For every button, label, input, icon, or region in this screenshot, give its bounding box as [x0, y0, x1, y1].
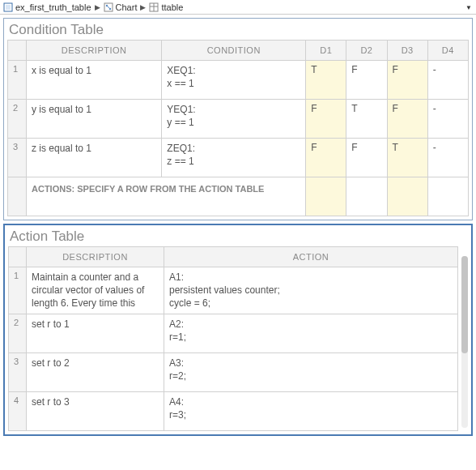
- table-header-row: DESCRIPTION CONDITION D1 D2 D3 D4: [8, 41, 469, 61]
- cell-description[interactable]: z is equal to 1: [27, 139, 162, 177]
- cell-decision[interactable]: F: [346, 61, 387, 100]
- row-number: 1: [8, 61, 27, 100]
- chart-icon: [104, 2, 113, 12]
- actions-spec-label: ACTIONS: SPECIFY A ROW FROM THE ACTION T…: [27, 177, 306, 216]
- scrollbar-vertical[interactable]: [461, 256, 468, 428]
- cell-decision[interactable]: F: [387, 100, 427, 139]
- col-condition: CONDITION: [162, 41, 306, 61]
- cell-decision[interactable]: F: [346, 139, 387, 177]
- condition-table-title: Condition Table: [4, 19, 472, 40]
- condition-table-panel: Condition Table DESCRIPTION CONDITION D1…: [3, 18, 473, 220]
- col-action: ACTION: [164, 247, 458, 267]
- row-number: 3: [9, 352, 27, 391]
- cell-action-spec[interactable]: [346, 177, 387, 216]
- row-number: 2: [9, 314, 27, 352]
- cell-condition[interactable]: ZEQ1: z == 1: [162, 139, 306, 177]
- model-icon: [3, 2, 13, 12]
- action-table-panel: Action Table DESCRIPTION ACTION 1Maintai…: [3, 224, 473, 436]
- row-number: 2: [8, 100, 27, 139]
- ttable-icon: [149, 2, 159, 12]
- chevron-right-icon: ▶: [138, 3, 147, 11]
- actions-spec-row[interactable]: ACTIONS: SPECIFY A ROW FROM THE ACTION T…: [8, 177, 469, 216]
- crumb-label: ex_first_truth_table: [15, 2, 91, 12]
- cell-description[interactable]: set r to 1: [27, 314, 164, 352]
- svg-rect-1: [6, 5, 11, 10]
- cell-description[interactable]: y is equal to 1: [27, 100, 162, 139]
- cell-description[interactable]: set r to 3: [27, 391, 164, 430]
- col-d3: D3: [387, 41, 427, 61]
- col-d1: D1: [306, 41, 346, 61]
- table-header-row: DESCRIPTION ACTION: [9, 247, 458, 267]
- breadcrumb-dropdown[interactable]: ▼: [463, 2, 474, 13]
- col-description: DESCRIPTION: [27, 41, 162, 61]
- action-table-title: Action Table: [5, 225, 471, 246]
- cell-action[interactable]: A3: r=2;: [164, 352, 458, 391]
- cell-decision[interactable]: F: [306, 100, 346, 139]
- cell-condition[interactable]: XEQ1: x == 1: [162, 61, 306, 100]
- table-row[interactable]: 3z is equal to 1ZEQ1: z == 1FFT-: [8, 139, 469, 177]
- col-d4: D4: [427, 41, 468, 61]
- cell-action[interactable]: A1: persistent values counter; cycle = 6…: [164, 267, 458, 314]
- row-number: 4: [9, 391, 27, 430]
- cell-decision[interactable]: F: [306, 139, 346, 177]
- cell-action-spec[interactable]: [427, 177, 468, 216]
- cell-decision[interactable]: T: [387, 139, 427, 177]
- crumb-label: ttable: [161, 2, 183, 12]
- cell-decision[interactable]: F: [387, 61, 427, 100]
- cell-action-spec[interactable]: [306, 177, 346, 216]
- cell-condition[interactable]: YEQ1: y == 1: [162, 100, 306, 139]
- crumb-model[interactable]: ex_first_truth_table: [3, 2, 91, 12]
- breadcrumb[interactable]: ex_first_truth_table ▶ Chart ▶ ttable ▼: [0, 0, 476, 15]
- crumb-chart[interactable]: Chart: [104, 2, 138, 12]
- table-row[interactable]: 3set r to 2A3: r=2;: [9, 352, 458, 391]
- row-number: [8, 177, 27, 216]
- table-row[interactable]: 1x is equal to 1XEQ1: x == 1TFF-: [8, 61, 469, 100]
- table-row[interactable]: 2y is equal to 1YEQ1: y == 1FTF-: [8, 100, 469, 139]
- cell-decision[interactable]: T: [306, 61, 346, 100]
- cell-decision[interactable]: -: [427, 100, 468, 139]
- cell-action[interactable]: A2: r=1;: [164, 314, 458, 352]
- cell-description[interactable]: Maintain a counter and a circular vector…: [27, 267, 164, 314]
- condition-table[interactable]: DESCRIPTION CONDITION D1 D2 D3 D4 1x is …: [7, 40, 469, 216]
- col-rownum: [9, 247, 27, 267]
- cell-action-spec[interactable]: [387, 177, 427, 216]
- col-rownum: [8, 41, 27, 61]
- chevron-right-icon: ▶: [93, 3, 102, 11]
- cell-action[interactable]: A4: r=3;: [164, 391, 458, 430]
- cell-decision[interactable]: -: [427, 139, 468, 177]
- table-row[interactable]: 2set r to 1A2: r=1;: [9, 314, 458, 352]
- row-number: 1: [9, 267, 27, 314]
- cell-decision[interactable]: T: [346, 100, 387, 139]
- cell-description[interactable]: set r to 2: [27, 352, 164, 391]
- col-d2: D2: [346, 41, 387, 61]
- row-number: 3: [8, 139, 27, 177]
- crumb-ttable[interactable]: ttable: [149, 2, 183, 12]
- crumb-label: Chart: [116, 2, 138, 12]
- table-row[interactable]: 1Maintain a counter and a circular vecto…: [9, 267, 458, 314]
- table-row[interactable]: 4set r to 3A4: r=3;: [9, 391, 458, 430]
- cell-decision[interactable]: -: [427, 61, 468, 100]
- cell-description[interactable]: x is equal to 1: [27, 61, 162, 100]
- action-table[interactable]: DESCRIPTION ACTION 1Maintain a counter a…: [8, 246, 458, 431]
- col-description: DESCRIPTION: [27, 247, 164, 267]
- scrollbar-thumb[interactable]: [461, 256, 468, 353]
